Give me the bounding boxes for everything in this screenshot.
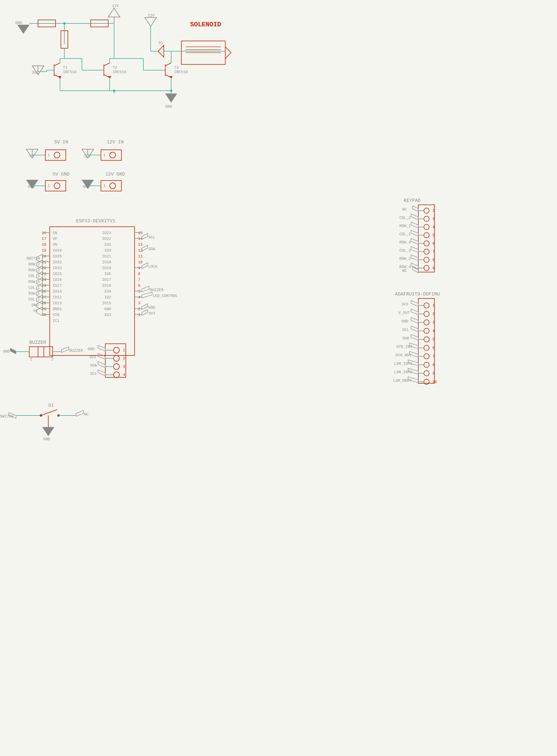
schematic-canvas: 12V GND T1 IRF510 3V3: [0, 0, 557, 756]
lnum-16: 16: [41, 231, 46, 235]
row3-net-esp: ROW_3: [28, 268, 40, 272]
12vgnd-label: 12V GND: [105, 172, 125, 177]
row1-kpad: ROW_1: [399, 224, 411, 228]
kpad-num-7: 7: [432, 250, 435, 254]
imu-num-3: 3: [432, 320, 435, 325]
5vin-label: 5V IN: [54, 140, 68, 145]
12v-top-label: 12V: [112, 4, 119, 8]
lsmint1-imu: LSM_INT1: [394, 361, 412, 366]
rpin-io21: IO21: [102, 254, 111, 259]
rpin-io4: IO4: [105, 289, 112, 294]
lsmint2-imu: LSM_INT2: [394, 370, 412, 375]
kpad-num-6: 6: [432, 241, 435, 246]
rpin-io3: IO3: [105, 249, 111, 253]
svg-marker-205: [98, 370, 105, 376]
svg-rect-187: [29, 347, 53, 357]
imu-num-1: 1: [432, 303, 435, 308]
svg-point-159: [424, 320, 429, 325]
rpin-io2: IO2: [105, 295, 111, 299]
rpin-io5: IO5: [105, 272, 111, 276]
rnum-5: 5: [138, 289, 140, 294]
svg-marker-193: [61, 347, 69, 353]
svg-point-197: [114, 364, 119, 370]
pin-io32: IO32: [53, 260, 62, 264]
nc-kpad-1: NC: [402, 207, 407, 212]
svg-line-211: [41, 410, 57, 415]
rnum-3: 3: [138, 301, 140, 306]
svg-point-136: [424, 249, 429, 254]
svg-marker-143: [411, 222, 418, 228]
svg-marker-128: [142, 304, 148, 310]
12vgnd-pin1: 1: [103, 184, 106, 188]
gnd-i2c: GND: [88, 347, 95, 351]
solenoid-title: SOLENOID: [190, 21, 221, 28]
svg-point-82: [110, 152, 116, 158]
svg-point-132: [424, 216, 429, 222]
col2-net-esp: COL_2: [28, 297, 40, 302]
svg-marker-173: [411, 326, 418, 332]
svg-marker-203: [98, 361, 105, 368]
buzzer-net-esp: BUZZER: [150, 288, 164, 292]
svg-point-133: [424, 224, 429, 230]
esp32-title: ESP32-DEVKITV1: [76, 219, 115, 224]
pin-vp: VP: [53, 237, 57, 241]
svg-line-18: [54, 63, 60, 66]
pin-en: EN: [53, 231, 57, 235]
3v3-net-esp-r: 3V3: [148, 311, 155, 316]
t2-label: T2: [113, 65, 117, 70]
t2-type: IRF510: [113, 70, 126, 74]
sda-i2c: SDA: [90, 364, 97, 368]
12vin-pin1: 1: [103, 153, 106, 157]
imu-num-2: 2: [432, 312, 435, 316]
pin-io26: IO26: [53, 278, 62, 282]
gyrrdy-imu: GYR_RDY: [395, 353, 412, 357]
svg-marker-4: [18, 25, 29, 34]
buzzer-net: BUZZER: [69, 348, 83, 353]
kpad-num-3: 3: [432, 217, 435, 221]
svg-marker-145: [411, 230, 418, 236]
pin-io27: IO27: [53, 284, 62, 288]
svg-point-131: [424, 208, 429, 213]
row2-net-esp: ROW_2: [28, 262, 40, 266]
s1-label: S1: [48, 403, 54, 408]
12v-sym-label: 12V: [84, 154, 91, 158]
svg-marker-169: [411, 309, 418, 315]
rpin-io17: IO17: [102, 278, 111, 282]
vout-imu: V_OUT: [399, 311, 410, 315]
col3-kpad: COL_3: [399, 249, 411, 253]
svg-point-135: [424, 241, 429, 246]
lnum-19: 19: [41, 249, 46, 253]
svg-line-32: [104, 63, 110, 66]
svg-point-158: [424, 311, 429, 317]
svg-marker-215: [42, 427, 54, 436]
t3-type: IRF510: [174, 70, 188, 74]
svg-marker-175: [411, 335, 418, 340]
svg-point-196: [114, 355, 119, 361]
svg-marker-126: [142, 286, 149, 292]
gnd-imu: GND: [401, 319, 408, 324]
svg-point-164: [424, 362, 429, 368]
rpin-gnd: GND: [105, 307, 112, 311]
3v3-imu: 3V3: [401, 302, 408, 307]
rpin-io16: IO16: [102, 284, 111, 288]
col1-kpad: COL_1: [399, 232, 411, 236]
d1-label: D1: [158, 41, 163, 45]
t1-type: IRF510: [63, 70, 77, 74]
svg-point-160: [424, 328, 429, 333]
gnd-5v-sym: GND: [28, 184, 35, 189]
svg-point-134: [424, 233, 429, 238]
rnum-15: 15: [138, 231, 143, 235]
3v3-i2c: 3V3: [89, 355, 96, 359]
imu-num-6: 6: [432, 346, 435, 350]
i2c-num-2: 2: [123, 356, 125, 361]
svg-point-161: [424, 337, 429, 342]
svg-marker-151: [411, 255, 418, 261]
col2-kpad: COL_2: [399, 215, 411, 220]
switch-net-esp: SWITCH: [26, 256, 40, 261]
kpad-num-5: 5: [432, 233, 435, 238]
svg-marker-149: [411, 246, 418, 253]
svg-marker-201: [98, 353, 105, 359]
buz-pin1: 1: [30, 357, 32, 361]
pin-vin: VIN: [53, 313, 59, 317]
col1-net-esp: COL_1: [28, 286, 40, 290]
